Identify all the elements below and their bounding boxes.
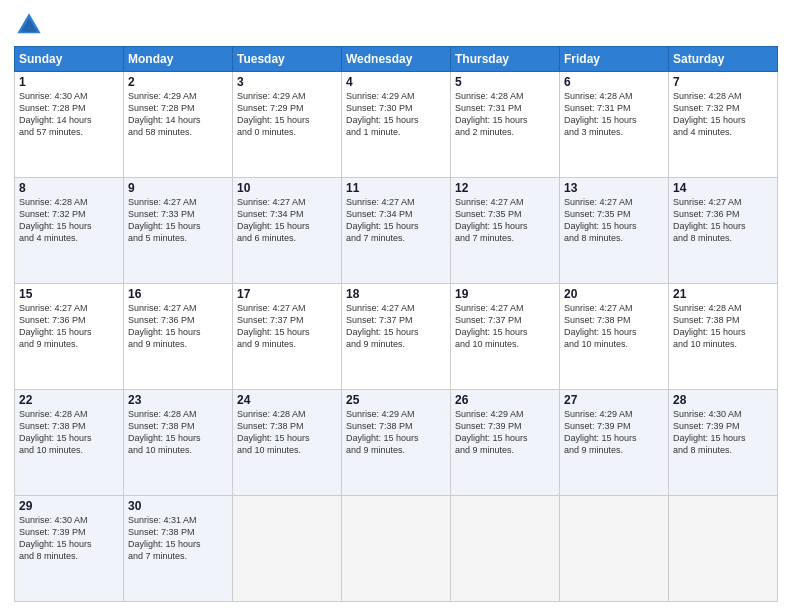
day-number: 12 <box>455 181 555 195</box>
day-info: Sunrise: 4:27 AM Sunset: 7:38 PM Dayligh… <box>564 302 664 351</box>
day-info: Sunrise: 4:27 AM Sunset: 7:34 PM Dayligh… <box>346 196 446 245</box>
calendar-cell: 2Sunrise: 4:29 AM Sunset: 7:28 PM Daylig… <box>124 72 233 178</box>
calendar-cell: 25Sunrise: 4:29 AM Sunset: 7:38 PM Dayli… <box>342 390 451 496</box>
day-info: Sunrise: 4:27 AM Sunset: 7:37 PM Dayligh… <box>346 302 446 351</box>
calendar-cell <box>233 496 342 602</box>
calendar-cell: 15Sunrise: 4:27 AM Sunset: 7:36 PM Dayli… <box>15 284 124 390</box>
day-info: Sunrise: 4:30 AM Sunset: 7:39 PM Dayligh… <box>673 408 773 457</box>
day-number: 5 <box>455 75 555 89</box>
calendar-cell: 30Sunrise: 4:31 AM Sunset: 7:38 PM Dayli… <box>124 496 233 602</box>
day-info: Sunrise: 4:27 AM Sunset: 7:35 PM Dayligh… <box>455 196 555 245</box>
header-thursday: Thursday <box>451 47 560 72</box>
calendar-cell: 22Sunrise: 4:28 AM Sunset: 7:38 PM Dayli… <box>15 390 124 496</box>
day-number: 20 <box>564 287 664 301</box>
day-number: 30 <box>128 499 228 513</box>
calendar-cell: 14Sunrise: 4:27 AM Sunset: 7:36 PM Dayli… <box>669 178 778 284</box>
day-info: Sunrise: 4:28 AM Sunset: 7:38 PM Dayligh… <box>673 302 773 351</box>
day-info: Sunrise: 4:27 AM Sunset: 7:36 PM Dayligh… <box>19 302 119 351</box>
calendar-cell: 28Sunrise: 4:30 AM Sunset: 7:39 PM Dayli… <box>669 390 778 496</box>
day-number: 10 <box>237 181 337 195</box>
day-info: Sunrise: 4:27 AM Sunset: 7:35 PM Dayligh… <box>564 196 664 245</box>
calendar-cell: 18Sunrise: 4:27 AM Sunset: 7:37 PM Dayli… <box>342 284 451 390</box>
day-number: 9 <box>128 181 228 195</box>
day-info: Sunrise: 4:31 AM Sunset: 7:38 PM Dayligh… <box>128 514 228 563</box>
calendar-week-2: 8Sunrise: 4:28 AM Sunset: 7:32 PM Daylig… <box>15 178 778 284</box>
day-info: Sunrise: 4:27 AM Sunset: 7:36 PM Dayligh… <box>673 196 773 245</box>
day-number: 11 <box>346 181 446 195</box>
calendar-table: Sunday Monday Tuesday Wednesday Thursday… <box>14 46 778 602</box>
header-monday: Monday <box>124 47 233 72</box>
calendar-cell: 20Sunrise: 4:27 AM Sunset: 7:38 PM Dayli… <box>560 284 669 390</box>
day-number: 27 <box>564 393 664 407</box>
day-info: Sunrise: 4:29 AM Sunset: 7:29 PM Dayligh… <box>237 90 337 139</box>
day-number: 8 <box>19 181 119 195</box>
day-number: 22 <box>19 393 119 407</box>
day-number: 18 <box>346 287 446 301</box>
day-number: 17 <box>237 287 337 301</box>
header-tuesday: Tuesday <box>233 47 342 72</box>
calendar-cell: 27Sunrise: 4:29 AM Sunset: 7:39 PM Dayli… <box>560 390 669 496</box>
day-info: Sunrise: 4:27 AM Sunset: 7:36 PM Dayligh… <box>128 302 228 351</box>
day-info: Sunrise: 4:28 AM Sunset: 7:38 PM Dayligh… <box>237 408 337 457</box>
calendar-cell: 24Sunrise: 4:28 AM Sunset: 7:38 PM Dayli… <box>233 390 342 496</box>
day-info: Sunrise: 4:27 AM Sunset: 7:37 PM Dayligh… <box>455 302 555 351</box>
day-number: 23 <box>128 393 228 407</box>
calendar-cell: 5Sunrise: 4:28 AM Sunset: 7:31 PM Daylig… <box>451 72 560 178</box>
day-info: Sunrise: 4:29 AM Sunset: 7:28 PM Dayligh… <box>128 90 228 139</box>
day-number: 2 <box>128 75 228 89</box>
day-info: Sunrise: 4:29 AM Sunset: 7:30 PM Dayligh… <box>346 90 446 139</box>
calendar-week-1: 1Sunrise: 4:30 AM Sunset: 7:28 PM Daylig… <box>15 72 778 178</box>
day-number: 3 <box>237 75 337 89</box>
day-number: 1 <box>19 75 119 89</box>
day-number: 7 <box>673 75 773 89</box>
calendar-cell: 10Sunrise: 4:27 AM Sunset: 7:34 PM Dayli… <box>233 178 342 284</box>
calendar-cell: 13Sunrise: 4:27 AM Sunset: 7:35 PM Dayli… <box>560 178 669 284</box>
logo-icon <box>14 10 44 40</box>
weekday-header-row: Sunday Monday Tuesday Wednesday Thursday… <box>15 47 778 72</box>
header-wednesday: Wednesday <box>342 47 451 72</box>
day-info: Sunrise: 4:29 AM Sunset: 7:39 PM Dayligh… <box>564 408 664 457</box>
day-info: Sunrise: 4:30 AM Sunset: 7:39 PM Dayligh… <box>19 514 119 563</box>
day-number: 19 <box>455 287 555 301</box>
day-number: 16 <box>128 287 228 301</box>
day-info: Sunrise: 4:29 AM Sunset: 7:38 PM Dayligh… <box>346 408 446 457</box>
page: Sunday Monday Tuesday Wednesday Thursday… <box>0 0 792 612</box>
calendar-cell: 16Sunrise: 4:27 AM Sunset: 7:36 PM Dayli… <box>124 284 233 390</box>
day-info: Sunrise: 4:28 AM Sunset: 7:31 PM Dayligh… <box>455 90 555 139</box>
header-saturday: Saturday <box>669 47 778 72</box>
day-number: 29 <box>19 499 119 513</box>
calendar-cell <box>669 496 778 602</box>
day-number: 25 <box>346 393 446 407</box>
header-friday: Friday <box>560 47 669 72</box>
day-number: 14 <box>673 181 773 195</box>
calendar-cell <box>560 496 669 602</box>
day-info: Sunrise: 4:27 AM Sunset: 7:33 PM Dayligh… <box>128 196 228 245</box>
calendar-cell: 6Sunrise: 4:28 AM Sunset: 7:31 PM Daylig… <box>560 72 669 178</box>
logo <box>14 10 48 40</box>
calendar-week-4: 22Sunrise: 4:28 AM Sunset: 7:38 PM Dayli… <box>15 390 778 496</box>
calendar-cell: 4Sunrise: 4:29 AM Sunset: 7:30 PM Daylig… <box>342 72 451 178</box>
calendar-cell: 9Sunrise: 4:27 AM Sunset: 7:33 PM Daylig… <box>124 178 233 284</box>
day-number: 26 <box>455 393 555 407</box>
calendar-cell: 17Sunrise: 4:27 AM Sunset: 7:37 PM Dayli… <box>233 284 342 390</box>
day-info: Sunrise: 4:29 AM Sunset: 7:39 PM Dayligh… <box>455 408 555 457</box>
day-info: Sunrise: 4:28 AM Sunset: 7:31 PM Dayligh… <box>564 90 664 139</box>
calendar-cell: 1Sunrise: 4:30 AM Sunset: 7:28 PM Daylig… <box>15 72 124 178</box>
day-number: 15 <box>19 287 119 301</box>
day-info: Sunrise: 4:27 AM Sunset: 7:34 PM Dayligh… <box>237 196 337 245</box>
day-info: Sunrise: 4:30 AM Sunset: 7:28 PM Dayligh… <box>19 90 119 139</box>
day-info: Sunrise: 4:28 AM Sunset: 7:32 PM Dayligh… <box>19 196 119 245</box>
header <box>14 10 778 40</box>
day-number: 28 <box>673 393 773 407</box>
calendar-week-3: 15Sunrise: 4:27 AM Sunset: 7:36 PM Dayli… <box>15 284 778 390</box>
day-number: 21 <box>673 287 773 301</box>
day-info: Sunrise: 4:28 AM Sunset: 7:32 PM Dayligh… <box>673 90 773 139</box>
day-info: Sunrise: 4:28 AM Sunset: 7:38 PM Dayligh… <box>19 408 119 457</box>
calendar-cell: 11Sunrise: 4:27 AM Sunset: 7:34 PM Dayli… <box>342 178 451 284</box>
header-sunday: Sunday <box>15 47 124 72</box>
calendar-cell: 12Sunrise: 4:27 AM Sunset: 7:35 PM Dayli… <box>451 178 560 284</box>
calendar-cell: 3Sunrise: 4:29 AM Sunset: 7:29 PM Daylig… <box>233 72 342 178</box>
calendar-week-5: 29Sunrise: 4:30 AM Sunset: 7:39 PM Dayli… <box>15 496 778 602</box>
day-number: 6 <box>564 75 664 89</box>
calendar-cell: 26Sunrise: 4:29 AM Sunset: 7:39 PM Dayli… <box>451 390 560 496</box>
